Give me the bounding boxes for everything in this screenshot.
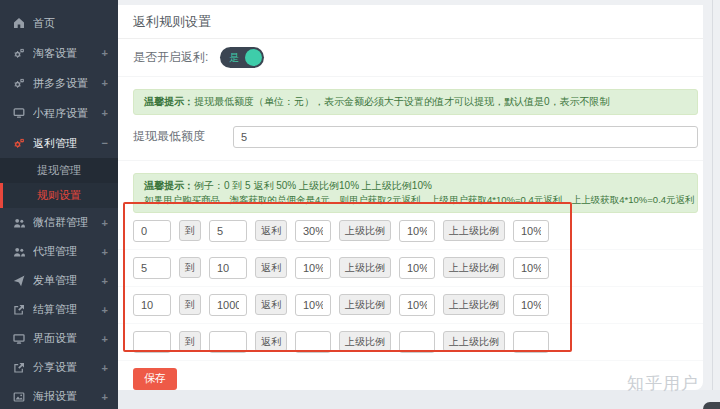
- cogs-icon: [13, 47, 25, 59]
- rebate-toggle-label: 是否开启返利:: [133, 49, 208, 66]
- desktop-icon: [13, 333, 25, 345]
- users-icon: [13, 217, 25, 229]
- share-square-icon: [13, 362, 25, 374]
- range-to-input[interactable]: [209, 220, 247, 242]
- sidebar-item-label: 小程序设置: [33, 106, 102, 121]
- min-withdraw-row: 提现最低额度: [118, 115, 703, 161]
- tip-prefix: 温馨提示：: [144, 96, 194, 107]
- rebate-percent-input[interactable]: [295, 220, 331, 242]
- expand-indicator: +: [102, 304, 108, 316]
- grandparent-ratio-label: 上上级比例: [443, 220, 505, 241]
- sidebar-subitem-label: 提现管理: [37, 163, 81, 178]
- parent-percent-input[interactable]: [399, 257, 435, 279]
- toggle-on-label: 是: [229, 51, 239, 65]
- to-label: 到: [179, 331, 201, 352]
- sidebar-item-label: 拼多多设置: [33, 76, 102, 91]
- sidebar-item-label: 界面设置: [33, 331, 102, 346]
- range-to-input[interactable]: [209, 257, 247, 279]
- min-withdraw-input[interactable]: [233, 126, 698, 148]
- rate-row-3: 到 返利 上级比例 上上级比例: [118, 287, 703, 324]
- expand-indicator: +: [102, 246, 108, 258]
- rebate-label: 返利: [255, 294, 287, 315]
- scrollbar-track: [712, 0, 713, 390]
- sidebar-item-taoke-settings[interactable]: 淘客设置 +: [0, 38, 118, 68]
- save-button[interactable]: 保存: [133, 368, 177, 390]
- rebate-percent-input[interactable]: [295, 257, 331, 279]
- share-square-icon: [13, 304, 25, 316]
- grandparent-percent-input[interactable]: [513, 294, 549, 316]
- expand-indicator: +: [102, 77, 108, 89]
- sidebar-item-label: 返利管理: [33, 136, 102, 151]
- grandparent-ratio-label: 上上级比例: [443, 331, 505, 352]
- home-icon: [13, 17, 25, 29]
- parent-percent-input[interactable]: [399, 220, 435, 242]
- range-to-input[interactable]: [209, 294, 247, 316]
- expand-indicator: +: [102, 362, 108, 374]
- paper-plane-icon: [13, 275, 25, 287]
- collapse-indicator: −: [102, 137, 108, 149]
- expand-indicator: +: [102, 107, 108, 119]
- range-from-input[interactable]: [133, 257, 171, 279]
- sidebar-item-order-dispatch-management[interactable]: 发单管理 +: [0, 266, 118, 295]
- grandparent-percent-input[interactable]: [513, 257, 549, 279]
- sidebar-item-settlement-management[interactable]: 结算管理 +: [0, 295, 118, 324]
- rate-row-4: 到 返利 上级比例 上上级比例: [118, 324, 703, 361]
- withdraw-tip-banner: 温馨提示：提现最低额度（单位：元），表示金额必须大于设置的值才可以提现，默认值是…: [133, 89, 698, 115]
- rebate-percent-input[interactable]: [295, 294, 331, 316]
- sidebar-item-label: 结算管理: [33, 302, 102, 317]
- sidebar-item-home[interactable]: 首页: [0, 8, 118, 38]
- scrollbar-area[interactable]: [703, 0, 720, 390]
- tip-text: 例子：0 到 5 返利 50% 上级比例10% 上上级比例10%: [194, 180, 432, 191]
- to-label: 到: [179, 294, 201, 315]
- sidebar-item-interface-settings[interactable]: 界面设置 +: [0, 324, 118, 353]
- expand-indicator: +: [102, 333, 108, 345]
- sidebar-item-label: 分享设置: [33, 360, 102, 375]
- sidebar-item-label: 淘客设置: [33, 46, 102, 61]
- parent-percent-input[interactable]: [399, 294, 435, 316]
- example-tip-line2: 如果用户购买商品，淘客获取的总佣金是4元，则用户获取2元返利，上级用户获取4*1…: [144, 193, 687, 208]
- sidebar-item-label: 代理管理: [33, 244, 102, 259]
- sidebar-item-label: 海报设置: [33, 389, 102, 404]
- sidebar-item-label: 发单管理: [33, 273, 102, 288]
- corner-decoration: [703, 402, 720, 409]
- rate-rules-section: 到 返利 上级比例 上上级比例 到 返利 上级比例 上上级比例 到 返利: [118, 213, 703, 361]
- sidebar-item-agent-management[interactable]: 代理管理 +: [0, 237, 118, 266]
- sidebar-item-poster-settings[interactable]: 海报设置 +: [0, 382, 118, 409]
- sidebar-item-label: 微信群管理: [33, 215, 102, 230]
- cogs-icon: [13, 137, 25, 149]
- expand-indicator: +: [102, 391, 108, 403]
- parent-percent-input[interactable]: [399, 331, 435, 353]
- to-label: 到: [179, 220, 201, 241]
- sidebar-subitem-rule-settings[interactable]: 规则设置: [0, 183, 118, 208]
- sidebar-item-share-settings[interactable]: 分享设置 +: [0, 353, 118, 382]
- range-from-input[interactable]: [133, 294, 171, 316]
- grandparent-ratio-label: 上上级比例: [443, 257, 505, 278]
- sidebar: 首页 淘客设置 + 拼多多设置 + 小程序设置 + 返利管理 − 提现管理 规则…: [0, 0, 118, 409]
- sidebar-item-miniprogram-settings[interactable]: 小程序设置 +: [0, 98, 118, 128]
- expand-indicator: +: [102, 275, 108, 287]
- parent-ratio-label: 上级比例: [339, 331, 391, 352]
- rebate-label: 返利: [255, 257, 287, 278]
- parent-ratio-label: 上级比例: [339, 294, 391, 315]
- to-label: 到: [179, 257, 201, 278]
- sidebar-item-rebate-management[interactable]: 返利管理 −: [0, 128, 118, 158]
- sidebar-item-pinduoduo-settings[interactable]: 拼多多设置 +: [0, 68, 118, 98]
- rebate-percent-input[interactable]: [295, 331, 331, 353]
- sidebar-item-label: 首页: [33, 16, 108, 31]
- range-from-input[interactable]: [133, 331, 171, 353]
- users-icon: [13, 246, 25, 258]
- range-to-input[interactable]: [209, 331, 247, 353]
- min-withdraw-label: 提现最低额度: [133, 128, 233, 145]
- cogs-icon: [13, 77, 25, 89]
- example-tip-banner: 温馨提示：例子：0 到 5 返利 50% 上级比例10% 上上级比例10% 如果…: [133, 173, 698, 213]
- grandparent-percent-input[interactable]: [513, 220, 549, 242]
- sidebar-item-wechat-group-management[interactable]: 微信群管理 +: [0, 208, 118, 237]
- page-title: 返利规则设置: [118, 5, 703, 39]
- sidebar-subitem-withdraw-management[interactable]: 提现管理: [0, 158, 118, 183]
- expand-indicator: +: [102, 217, 108, 229]
- rebate-toggle-switch[interactable]: 是: [220, 47, 264, 68]
- grandparent-percent-input[interactable]: [513, 331, 549, 353]
- example-tip-line1: 温馨提示：例子：0 到 5 返利 50% 上级比例10% 上上级比例10%: [144, 178, 687, 194]
- range-from-input[interactable]: [133, 220, 171, 242]
- tablet-icon: [13, 107, 25, 119]
